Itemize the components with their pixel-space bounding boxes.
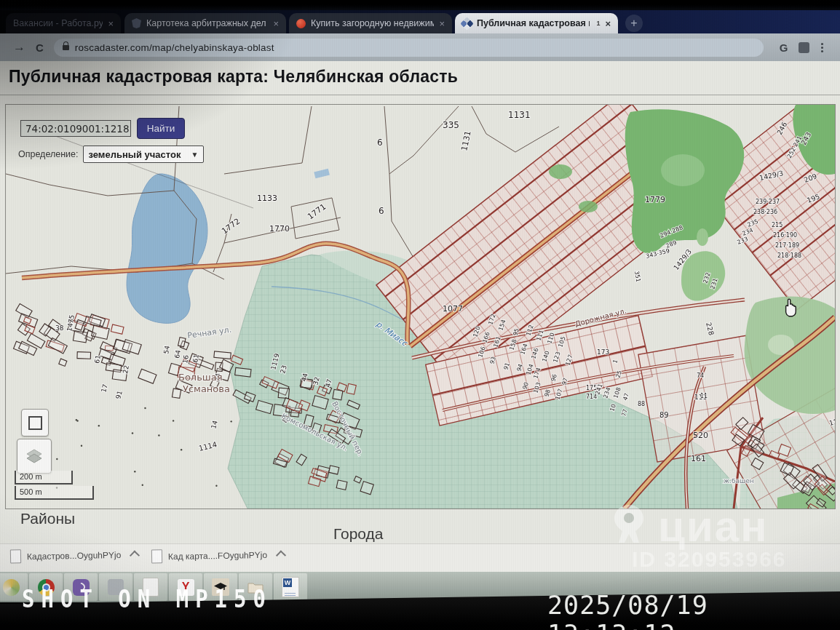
cian-watermark: циан bbox=[610, 502, 768, 549]
download-name: Кадастров...ОyguhPYjo bbox=[27, 549, 121, 561]
forest bbox=[579, 201, 598, 212]
word-icon bbox=[282, 577, 299, 597]
map-label: 238·236 bbox=[753, 209, 777, 215]
download-item[interactable]: Кадастров...ОyguhPYjo bbox=[10, 547, 139, 563]
map-label: 89 bbox=[659, 411, 669, 419]
map-label: 218·188 bbox=[777, 252, 801, 259]
map-label: 1131 bbox=[508, 110, 531, 120]
map-label: 74 bbox=[697, 372, 704, 379]
find-button[interactable]: Найти bbox=[137, 118, 185, 139]
chevron-up-icon[interactable] bbox=[130, 550, 140, 560]
new-tab-button[interactable]: + bbox=[625, 15, 643, 32]
layers-icon bbox=[17, 439, 51, 473]
tab-label: Вакансии - Работа.ру bbox=[13, 18, 103, 28]
map-label: 1077 bbox=[443, 304, 463, 314]
tab-close-icon[interactable]: × bbox=[439, 19, 445, 28]
cian-id-watermark: ID 320953966 bbox=[632, 547, 787, 572]
square-icon bbox=[28, 416, 42, 430]
cadastral-number-input[interactable]: 74:02:0109001:1218 bbox=[20, 120, 131, 137]
cian-text: циан bbox=[658, 505, 768, 549]
avatar-icon bbox=[3, 579, 20, 596]
lock-icon bbox=[63, 45, 69, 50]
url-text: roscadaster.com/map/chelyabinskaya-oblas… bbox=[75, 42, 274, 53]
tab-close-icon[interactable]: × bbox=[605, 19, 611, 28]
object-type-select[interactable]: земельный участок ▼ bbox=[83, 145, 205, 163]
map-label: 239·237 bbox=[756, 199, 780, 205]
tab-close-icon[interactable]: × bbox=[273, 19, 279, 28]
search-row: 74:02:0109001:1218 Найти bbox=[20, 118, 185, 139]
tab-vacancies[interactable]: Вакансии - Работа.ру × bbox=[6, 13, 121, 33]
map-label: 6 bbox=[377, 137, 383, 148]
address-bar[interactable]: roscadaster.com/map/chelyabinskaya-oblas… bbox=[54, 39, 764, 57]
tab-label: Купить загородную недвижим bbox=[311, 18, 434, 28]
pin-favicon-icon bbox=[296, 19, 306, 28]
google-icon[interactable]: G bbox=[780, 41, 788, 54]
extent-button[interactable] bbox=[21, 409, 49, 436]
section-districts[interactable]: Районы bbox=[20, 510, 75, 527]
map-label: 11 bbox=[700, 393, 708, 399]
shield-favicon-icon bbox=[132, 18, 141, 28]
tab-kupit[interactable]: Купить загородную недвижим × bbox=[289, 13, 452, 33]
map-label: 161 bbox=[691, 454, 706, 463]
webpage: Публичная кадастровая карта: Челябинская… bbox=[0, 61, 840, 572]
map-label: 16 bbox=[181, 354, 190, 364]
page-title: Публичная кадастровая карта: Челябинская… bbox=[9, 67, 458, 87]
tab-kartoteka[interactable]: Картотека арбитражных дел × bbox=[124, 13, 286, 33]
forest-leaf bbox=[697, 228, 708, 246]
map-label: Усманова bbox=[183, 383, 230, 394]
map-label: 88 bbox=[638, 401, 645, 407]
map-label: 61 bbox=[93, 354, 102, 364]
forest-light bbox=[661, 154, 705, 186]
chevron-up-icon[interactable] bbox=[276, 550, 286, 560]
map-label: 1133 bbox=[257, 194, 277, 203]
map-label: 1779 bbox=[645, 195, 665, 204]
layers-button[interactable] bbox=[17, 439, 52, 474]
extension-icon[interactable] bbox=[799, 42, 809, 53]
map-label: 520 bbox=[693, 431, 708, 440]
filter-row: Определение: земельный участок ▼ bbox=[18, 145, 204, 163]
browser-tabbar: Вакансии - Работа.ру × Картотека арбитра… bbox=[0, 10, 840, 33]
cadastral-map[interactable]: 3351131113166113317701771177217792462432… bbox=[5, 104, 836, 509]
file-icon bbox=[151, 549, 162, 563]
section-cities[interactable]: Города bbox=[333, 525, 383, 543]
forward-icon[interactable]: → bbox=[13, 40, 25, 55]
scale-bar-500: 500 m bbox=[15, 486, 94, 500]
divider bbox=[0, 95, 840, 95]
browser-urlbar: → C roscadaster.com/map/chelyabinskaya-o… bbox=[0, 33, 840, 61]
tab-cadastral-map-active[interactable]: Публичная кадастровая карта: 1 × bbox=[455, 13, 618, 33]
map-label: 173 bbox=[597, 348, 609, 356]
download-name: Кад карта....FОyguhPYjo bbox=[168, 549, 267, 561]
map-label: 6 bbox=[379, 206, 384, 216]
map-label: 11 bbox=[828, 418, 835, 426]
photo-of-monitor: Вакансии - Работа.ру × Картотека арбитра… bbox=[0, 0, 840, 630]
reload-icon[interactable]: C bbox=[36, 41, 44, 54]
tab-label: Публичная кадастровая карта: bbox=[477, 18, 590, 28]
pinwheel-favicon-icon bbox=[460, 17, 473, 30]
camera-timestamp: 2025/08/19 13:13:12 bbox=[547, 591, 840, 630]
scale-bar-200: 200 m bbox=[15, 471, 73, 485]
cian-pin-icon bbox=[610, 502, 648, 549]
map-label: 216·190 bbox=[773, 232, 797, 239]
menu-kebab-icon[interactable] bbox=[821, 47, 823, 49]
map-label: 215 bbox=[772, 222, 782, 228]
map-label: 1770 bbox=[269, 224, 290, 234]
download-item[interactable]: Кад карта....FОyguhPYjo bbox=[151, 547, 285, 563]
map-label: ж.башен bbox=[724, 477, 754, 485]
chevron-down-icon: ▼ bbox=[191, 151, 198, 159]
map-label: 38 bbox=[55, 324, 64, 332]
map-label: 217·189 bbox=[775, 242, 799, 249]
forest bbox=[549, 164, 572, 179]
file-icon bbox=[10, 549, 21, 563]
map-label: 54 bbox=[162, 345, 171, 354]
camera-watermark: SHOT ON MP150 bbox=[22, 584, 272, 613]
tab-close-icon[interactable]: × bbox=[108, 19, 114, 28]
select-value: земельный участок bbox=[89, 149, 181, 160]
map-label: 64 bbox=[173, 349, 182, 359]
map-label: 335 bbox=[443, 120, 459, 130]
tab-badge: 1 bbox=[596, 20, 600, 27]
filter-label: Определение: bbox=[18, 149, 79, 159]
tab-label: Картотека арбитражных дел bbox=[146, 18, 266, 28]
taskbar-word-button[interactable] bbox=[274, 573, 307, 601]
search-value: 74:02:0109001:1218 bbox=[25, 123, 129, 135]
map-label: 22 bbox=[122, 364, 130, 374]
